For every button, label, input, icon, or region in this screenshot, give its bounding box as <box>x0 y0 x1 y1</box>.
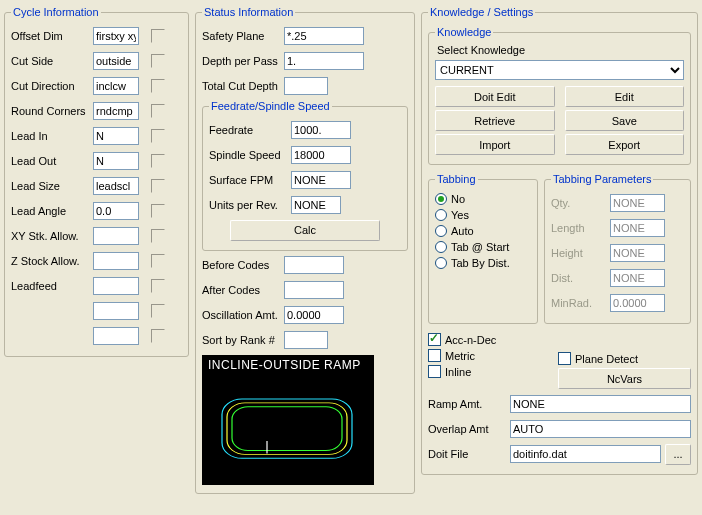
z-stock-allow-checkbox[interactable] <box>151 254 165 268</box>
calc-button[interactable]: Calc <box>230 220 380 241</box>
lead-in-label: Lead In <box>11 130 89 142</box>
metric-checkbox[interactable] <box>428 349 441 362</box>
cycle-information: Cycle Information Offset DimCut SideCut … <box>4 6 189 357</box>
leadfeed-input[interactable] <box>93 277 139 295</box>
svg-rect-2 <box>232 407 342 451</box>
lead-size-label: Lead Size <box>11 180 89 192</box>
osc-amt-input[interactable] <box>284 306 344 324</box>
feedrate-spindle-group: Feedrate/Spindle Speed Feedrate Spindle … <box>202 100 408 251</box>
preview-panel: INCLINE-OUTSIDE RAMP <box>202 355 374 485</box>
tabbing-params: Tabbing Parameters Qty. Length Height Di… <box>544 173 691 324</box>
height-label: Height <box>551 247 606 259</box>
svg-rect-1 <box>227 403 347 454</box>
qty-input <box>610 194 665 212</box>
lead-in-checkbox[interactable] <box>151 129 165 143</box>
import-button[interactable]: Import <box>435 134 555 155</box>
knowledge-settings: Knowledge / Settings Knowledge Select Kn… <box>421 6 698 475</box>
cut-side-checkbox[interactable] <box>151 54 165 68</box>
spindle-input[interactable] <box>291 146 351 164</box>
round-corners-input[interactable] <box>93 102 139 120</box>
spindle-label: Spindle Speed <box>209 149 287 161</box>
export-button[interactable]: Export <box>565 134 685 155</box>
lead-size-checkbox[interactable] <box>151 179 165 193</box>
metric-label: Metric <box>445 350 475 362</box>
tabbing-opt-tab-by-dist-[interactable]: Tab By Dist. <box>435 257 531 269</box>
retrieve-button[interactable]: Retrieve <box>435 110 555 131</box>
feedrate-input[interactable] <box>291 121 351 139</box>
minrad-input <box>610 294 665 312</box>
cycle-rows: Offset DimCut SideCut DirectionRound Cor… <box>11 25 182 347</box>
z-stock-allow-input[interactable] <box>93 252 139 270</box>
xy-stk-allow-checkbox[interactable] <box>151 229 165 243</box>
tabbing-opt-tab-start[interactable]: Tab @ Start <box>435 241 531 253</box>
leadfeed-checkbox[interactable] <box>151 279 165 293</box>
safety-plane-input[interactable] <box>284 27 364 45</box>
minrad-label: MinRad. <box>551 297 606 309</box>
inline-label: Inline <box>445 366 471 378</box>
knowledge-select[interactable]: CURRENT <box>435 60 684 80</box>
overlap-label: Overlap Amt <box>428 423 506 435</box>
plane-label: Plane Detect <box>575 353 638 365</box>
radio-icon <box>435 257 447 269</box>
lead-size-input[interactable] <box>93 177 139 195</box>
lead-out-checkbox[interactable] <box>151 154 165 168</box>
inline-checkbox[interactable] <box>428 365 441 378</box>
radio-icon <box>435 193 447 205</box>
extra1-checkbox[interactable] <box>151 304 165 318</box>
lead-angle-input[interactable] <box>93 202 139 220</box>
safety-plane-label: Safety Plane <box>202 30 280 42</box>
feedrate-label: Feedrate <box>209 124 287 136</box>
xy-stk-allow-label: XY Stk. Allow. <box>11 230 89 242</box>
cut-direction-checkbox[interactable] <box>151 79 165 93</box>
lead-out-input[interactable] <box>93 152 139 170</box>
overlap-input[interactable] <box>510 420 691 438</box>
acc-label: Acc-n-Dec <box>445 334 496 346</box>
tabbing-group: Tabbing NoYesAutoTab @ StartTab By Dist. <box>428 173 538 324</box>
doit-edit-button[interactable]: Doit Edit <box>435 86 555 107</box>
tabbing-opt-no[interactable]: No <box>435 193 531 205</box>
tabbing-legend: Tabbing <box>435 173 478 185</box>
xy-stk-allow-input[interactable] <box>93 227 139 245</box>
offset-dim-input[interactable] <box>93 27 139 45</box>
select-knowledge-label: Select Knowledge <box>437 44 684 56</box>
depth-per-pass-input[interactable] <box>284 52 364 70</box>
before-codes-input[interactable] <box>284 256 344 274</box>
fs-legend: Feedrate/Spindle Speed <box>209 100 332 112</box>
offset-dim-checkbox[interactable] <box>151 29 165 43</box>
acc-checkbox[interactable] <box>428 333 441 346</box>
round-corners-checkbox[interactable] <box>151 104 165 118</box>
doit-browse-button[interactable]: ... <box>665 444 691 465</box>
tabbing-opt-yes[interactable]: Yes <box>435 209 531 221</box>
ncvars-button[interactable]: NcVars <box>558 368 691 389</box>
sfpm-input[interactable] <box>291 171 351 189</box>
before-codes-label: Before Codes <box>202 259 280 271</box>
edit-button[interactable]: Edit <box>565 86 685 107</box>
cut-side-input[interactable] <box>93 52 139 70</box>
doit-input[interactable] <box>510 445 661 463</box>
ks-legend: Knowledge / Settings <box>428 6 535 18</box>
status-information: Status Information Safety Plane Depth pe… <box>195 6 415 494</box>
total-cut-depth-input[interactable] <box>284 77 328 95</box>
after-codes-input[interactable] <box>284 281 344 299</box>
tab-params-legend: Tabbing Parameters <box>551 173 653 185</box>
lead-angle-checkbox[interactable] <box>151 204 165 218</box>
upr-input[interactable] <box>291 196 341 214</box>
cut-direction-input[interactable] <box>93 77 139 95</box>
ramp-label: Ramp Amt. <box>428 398 506 410</box>
plane-checkbox[interactable] <box>558 352 571 365</box>
doit-label: Doit File <box>428 448 506 460</box>
lead-in-input[interactable] <box>93 127 139 145</box>
cycle-legend: Cycle Information <box>11 6 101 18</box>
sort-input[interactable] <box>284 331 328 349</box>
dist-input <box>610 269 665 287</box>
save-button[interactable]: Save <box>565 110 685 131</box>
z-stock-allow-label: Z Stock Allow. <box>11 255 89 267</box>
extra2-input[interactable] <box>93 327 139 345</box>
after-codes-label: After Codes <box>202 284 280 296</box>
extra1-input[interactable] <box>93 302 139 320</box>
extra2-checkbox[interactable] <box>151 329 165 343</box>
ramp-input[interactable] <box>510 395 691 413</box>
total-cut-depth-label: Total Cut Depth <box>202 80 280 92</box>
lead-out-label: Lead Out <box>11 155 89 167</box>
tabbing-opt-auto[interactable]: Auto <box>435 225 531 237</box>
